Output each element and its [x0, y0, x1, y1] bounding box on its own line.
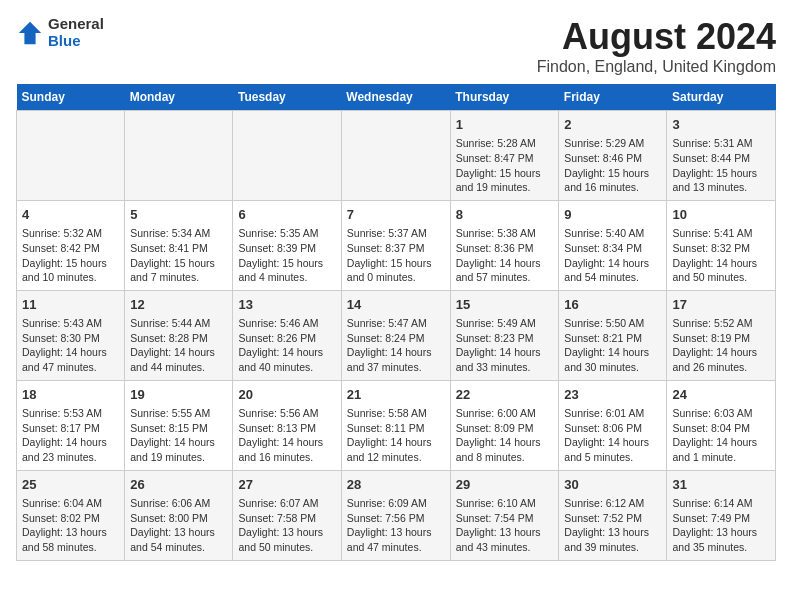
day-info: Sunrise: 6:09 AMSunset: 7:56 PMDaylight:… [347, 496, 445, 555]
day-number: 5 [130, 206, 227, 224]
calendar-week-row: 25Sunrise: 6:04 AMSunset: 8:02 PMDayligh… [17, 470, 776, 560]
day-number: 23 [564, 386, 661, 404]
title-block: August 2024 Findon, England, United King… [537, 16, 776, 76]
day-info: Sunrise: 5:29 AMSunset: 8:46 PMDaylight:… [564, 136, 661, 195]
day-number: 19 [130, 386, 227, 404]
day-info: Sunrise: 6:00 AMSunset: 8:09 PMDaylight:… [456, 406, 554, 465]
calendar-day-cell: 26Sunrise: 6:06 AMSunset: 8:00 PMDayligh… [125, 470, 233, 560]
day-number: 4 [22, 206, 119, 224]
day-number: 26 [130, 476, 227, 494]
calendar-day-cell: 22Sunrise: 6:00 AMSunset: 8:09 PMDayligh… [450, 380, 559, 470]
day-info: Sunrise: 6:12 AMSunset: 7:52 PMDaylight:… [564, 496, 661, 555]
calendar-day-cell: 24Sunrise: 6:03 AMSunset: 8:04 PMDayligh… [667, 380, 776, 470]
subtitle: Findon, England, United Kingdom [537, 58, 776, 76]
calendar-day-cell: 8Sunrise: 5:38 AMSunset: 8:36 PMDaylight… [450, 200, 559, 290]
day-number: 24 [672, 386, 770, 404]
day-number: 27 [238, 476, 335, 494]
calendar-day-cell: 11Sunrise: 5:43 AMSunset: 8:30 PMDayligh… [17, 290, 125, 380]
calendar-day-cell: 17Sunrise: 5:52 AMSunset: 8:19 PMDayligh… [667, 290, 776, 380]
day-info: Sunrise: 5:58 AMSunset: 8:11 PMDaylight:… [347, 406, 445, 465]
day-info: Sunrise: 5:38 AMSunset: 8:36 PMDaylight:… [456, 226, 554, 285]
calendar-day-cell: 2Sunrise: 5:29 AMSunset: 8:46 PMDaylight… [559, 111, 667, 201]
calendar-week-row: 11Sunrise: 5:43 AMSunset: 8:30 PMDayligh… [17, 290, 776, 380]
calendar-day-cell: 31Sunrise: 6:14 AMSunset: 7:49 PMDayligh… [667, 470, 776, 560]
day-number: 11 [22, 296, 119, 314]
calendar-day-cell: 7Sunrise: 5:37 AMSunset: 8:37 PMDaylight… [341, 200, 450, 290]
day-info: Sunrise: 5:53 AMSunset: 8:17 PMDaylight:… [22, 406, 119, 465]
day-info: Sunrise: 5:28 AMSunset: 8:47 PMDaylight:… [456, 136, 554, 195]
day-number: 8 [456, 206, 554, 224]
day-info: Sunrise: 5:49 AMSunset: 8:23 PMDaylight:… [456, 316, 554, 375]
day-number: 28 [347, 476, 445, 494]
day-number: 6 [238, 206, 335, 224]
calendar-day-cell: 15Sunrise: 5:49 AMSunset: 8:23 PMDayligh… [450, 290, 559, 380]
calendar-week-row: 1Sunrise: 5:28 AMSunset: 8:47 PMDaylight… [17, 111, 776, 201]
day-number: 12 [130, 296, 227, 314]
calendar-day-cell: 29Sunrise: 6:10 AMSunset: 7:54 PMDayligh… [450, 470, 559, 560]
calendar-day-cell: 19Sunrise: 5:55 AMSunset: 8:15 PMDayligh… [125, 380, 233, 470]
day-number: 22 [456, 386, 554, 404]
calendar-header-cell: Tuesday [233, 84, 341, 111]
day-number: 7 [347, 206, 445, 224]
calendar-day-cell: 9Sunrise: 5:40 AMSunset: 8:34 PMDaylight… [559, 200, 667, 290]
calendar-header-cell: Friday [559, 84, 667, 111]
calendar-day-cell: 4Sunrise: 5:32 AMSunset: 8:42 PMDaylight… [17, 200, 125, 290]
day-info: Sunrise: 5:46 AMSunset: 8:26 PMDaylight:… [238, 316, 335, 375]
day-number: 20 [238, 386, 335, 404]
calendar-day-cell [233, 111, 341, 201]
calendar-day-cell: 21Sunrise: 5:58 AMSunset: 8:11 PMDayligh… [341, 380, 450, 470]
calendar-week-row: 4Sunrise: 5:32 AMSunset: 8:42 PMDaylight… [17, 200, 776, 290]
day-info: Sunrise: 5:41 AMSunset: 8:32 PMDaylight:… [672, 226, 770, 285]
day-number: 10 [672, 206, 770, 224]
day-info: Sunrise: 5:50 AMSunset: 8:21 PMDaylight:… [564, 316, 661, 375]
logo-text: General Blue [48, 16, 104, 49]
calendar-header-cell: Saturday [667, 84, 776, 111]
calendar-header-cell: Sunday [17, 84, 125, 111]
day-number: 2 [564, 116, 661, 134]
calendar-day-cell [125, 111, 233, 201]
day-number: 15 [456, 296, 554, 314]
day-number: 13 [238, 296, 335, 314]
day-info: Sunrise: 5:31 AMSunset: 8:44 PMDaylight:… [672, 136, 770, 195]
page-header: General Blue August 2024 Findon, England… [16, 16, 776, 76]
calendar-header-row: SundayMondayTuesdayWednesdayThursdayFrid… [17, 84, 776, 111]
day-info: Sunrise: 6:07 AMSunset: 7:58 PMDaylight:… [238, 496, 335, 555]
calendar-day-cell: 13Sunrise: 5:46 AMSunset: 8:26 PMDayligh… [233, 290, 341, 380]
calendar-body: 1Sunrise: 5:28 AMSunset: 8:47 PMDaylight… [17, 111, 776, 561]
day-info: Sunrise: 6:03 AMSunset: 8:04 PMDaylight:… [672, 406, 770, 465]
day-info: Sunrise: 5:44 AMSunset: 8:28 PMDaylight:… [130, 316, 227, 375]
calendar-day-cell [17, 111, 125, 201]
calendar-day-cell: 18Sunrise: 5:53 AMSunset: 8:17 PMDayligh… [17, 380, 125, 470]
logo-icon [16, 19, 44, 47]
calendar-day-cell: 6Sunrise: 5:35 AMSunset: 8:39 PMDaylight… [233, 200, 341, 290]
calendar-table: SundayMondayTuesdayWednesdayThursdayFrid… [16, 84, 776, 561]
main-title: August 2024 [537, 16, 776, 58]
logo-general: General [48, 16, 104, 33]
day-number: 29 [456, 476, 554, 494]
day-info: Sunrise: 5:34 AMSunset: 8:41 PMDaylight:… [130, 226, 227, 285]
calendar-day-cell: 3Sunrise: 5:31 AMSunset: 8:44 PMDaylight… [667, 111, 776, 201]
calendar-day-cell: 14Sunrise: 5:47 AMSunset: 8:24 PMDayligh… [341, 290, 450, 380]
calendar-day-cell [341, 111, 450, 201]
day-number: 21 [347, 386, 445, 404]
day-info: Sunrise: 5:37 AMSunset: 8:37 PMDaylight:… [347, 226, 445, 285]
day-info: Sunrise: 5:40 AMSunset: 8:34 PMDaylight:… [564, 226, 661, 285]
calendar-header-cell: Monday [125, 84, 233, 111]
day-number: 17 [672, 296, 770, 314]
day-number: 16 [564, 296, 661, 314]
day-number: 9 [564, 206, 661, 224]
calendar-week-row: 18Sunrise: 5:53 AMSunset: 8:17 PMDayligh… [17, 380, 776, 470]
calendar-day-cell: 23Sunrise: 6:01 AMSunset: 8:06 PMDayligh… [559, 380, 667, 470]
day-number: 30 [564, 476, 661, 494]
day-info: Sunrise: 5:52 AMSunset: 8:19 PMDaylight:… [672, 316, 770, 375]
day-info: Sunrise: 5:56 AMSunset: 8:13 PMDaylight:… [238, 406, 335, 465]
day-info: Sunrise: 6:14 AMSunset: 7:49 PMDaylight:… [672, 496, 770, 555]
day-info: Sunrise: 5:55 AMSunset: 8:15 PMDaylight:… [130, 406, 227, 465]
day-info: Sunrise: 6:01 AMSunset: 8:06 PMDaylight:… [564, 406, 661, 465]
logo-blue: Blue [48, 33, 104, 50]
calendar-day-cell: 5Sunrise: 5:34 AMSunset: 8:41 PMDaylight… [125, 200, 233, 290]
calendar-day-cell: 25Sunrise: 6:04 AMSunset: 8:02 PMDayligh… [17, 470, 125, 560]
day-info: Sunrise: 5:43 AMSunset: 8:30 PMDaylight:… [22, 316, 119, 375]
day-number: 14 [347, 296, 445, 314]
calendar-day-cell: 27Sunrise: 6:07 AMSunset: 7:58 PMDayligh… [233, 470, 341, 560]
